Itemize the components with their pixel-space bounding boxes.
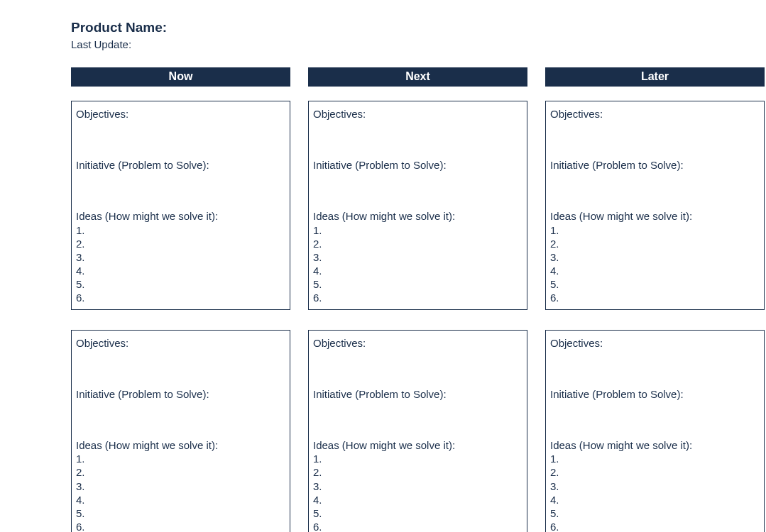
- card-now-1: Objectives: Initiative (Problem to Solve…: [71, 101, 290, 310]
- column-header-now: Now: [71, 67, 290, 87]
- objectives-label: Objectives:: [313, 336, 522, 387]
- list-item: 2.: [313, 465, 522, 479]
- initiative-label: Initiative (Problem to Solve):: [550, 387, 760, 438]
- list-item: 5.: [76, 277, 285, 291]
- list-item: 5.: [76, 506, 285, 520]
- list-item: 5.: [313, 277, 522, 291]
- list-item: 3.: [76, 480, 285, 493]
- list-item: 4.: [550, 493, 760, 506]
- list-item: 4.: [550, 264, 760, 277]
- ideas-label: Ideas (How might we solve it):: [76, 438, 285, 453]
- list-item: 6.: [313, 291, 522, 304]
- objectives-label: Objectives:: [76, 107, 285, 158]
- objectives-label: Objectives:: [550, 336, 760, 387]
- card-later-2: Objectives: Initiative (Problem to Solve…: [545, 330, 765, 532]
- initiative-label: Initiative (Problem to Solve):: [313, 387, 522, 438]
- list-item: 2.: [550, 237, 760, 250]
- roadmap-grid: Now Objectives: Initiative (Problem to S…: [71, 67, 765, 532]
- objectives-label: Objectives:: [550, 107, 760, 158]
- ideas-list: 1. 2. 3. 4. 5. 6.: [550, 452, 760, 532]
- list-item: 6.: [313, 520, 522, 532]
- list-item: 4.: [76, 264, 285, 277]
- ideas-list: 1. 2. 3. 4. 5. 6.: [313, 223, 522, 305]
- list-item: 5.: [550, 277, 760, 291]
- objectives-label: Objectives:: [313, 107, 522, 158]
- last-update-label: Last Update:: [71, 38, 766, 50]
- list-item: 4.: [313, 264, 522, 277]
- ideas-list: 1. 2. 3. 4. 5. 6.: [76, 452, 285, 532]
- list-item: 6.: [550, 520, 760, 532]
- card-next-1: Objectives: Initiative (Problem to Solve…: [308, 101, 527, 310]
- list-item: 1.: [313, 452, 522, 465]
- ideas-label: Ideas (How might we solve it):: [313, 438, 522, 453]
- initiative-label: Initiative (Problem to Solve):: [313, 158, 522, 209]
- column-later: Later Objectives: Initiative (Problem to…: [545, 67, 765, 532]
- list-item: 4.: [76, 493, 285, 506]
- list-item: 1.: [550, 223, 760, 237]
- list-item: 5.: [550, 506, 760, 520]
- list-item: 2.: [76, 237, 285, 250]
- card-later-1: Objectives: Initiative (Problem to Solve…: [545, 101, 765, 310]
- card-next-2: Objectives: Initiative (Problem to Solve…: [308, 330, 527, 532]
- initiative-label: Initiative (Problem to Solve):: [550, 158, 760, 209]
- ideas-label: Ideas (How might we solve it):: [550, 438, 760, 453]
- column-header-next: Next: [308, 67, 527, 87]
- list-item: 3.: [313, 480, 522, 493]
- card-now-2: Objectives: Initiative (Problem to Solve…: [71, 330, 290, 532]
- list-item: 6.: [76, 520, 285, 532]
- ideas-label: Ideas (How might we solve it):: [313, 209, 522, 223]
- column-header-later: Later: [545, 67, 765, 87]
- list-item: 3.: [550, 250, 760, 264]
- ideas-list: 1. 2. 3. 4. 5. 6.: [313, 452, 522, 532]
- list-item: 6.: [550, 291, 760, 304]
- ideas-list: 1. 2. 3. 4. 5. 6.: [76, 223, 285, 305]
- objectives-label: Objectives:: [76, 336, 285, 387]
- list-item: 2.: [550, 465, 760, 479]
- list-item: 5.: [313, 506, 522, 520]
- list-item: 3.: [313, 250, 522, 264]
- initiative-label: Initiative (Problem to Solve):: [76, 158, 285, 209]
- list-item: 2.: [76, 465, 285, 479]
- list-item: 1.: [550, 452, 760, 465]
- list-item: 1.: [76, 452, 285, 465]
- ideas-label: Ideas (How might we solve it):: [550, 209, 760, 223]
- roadmap-template: Product Name: Last Update: Now Objective…: [0, 0, 766, 532]
- list-item: 3.: [550, 480, 760, 493]
- product-name-label: Product Name:: [71, 20, 766, 35]
- list-item: 1.: [76, 223, 285, 237]
- column-now: Now Objectives: Initiative (Problem to S…: [71, 67, 290, 532]
- list-item: 3.: [76, 250, 285, 264]
- ideas-list: 1. 2. 3. 4. 5. 6.: [550, 223, 760, 305]
- initiative-label: Initiative (Problem to Solve):: [76, 387, 285, 438]
- list-item: 1.: [313, 223, 522, 237]
- list-item: 4.: [313, 493, 522, 506]
- template-header: Product Name: Last Update:: [71, 20, 766, 50]
- list-item: 6.: [76, 291, 285, 304]
- ideas-label: Ideas (How might we solve it):: [76, 209, 285, 223]
- list-item: 2.: [313, 237, 522, 250]
- column-next: Next Objectives: Initiative (Problem to …: [308, 67, 527, 532]
